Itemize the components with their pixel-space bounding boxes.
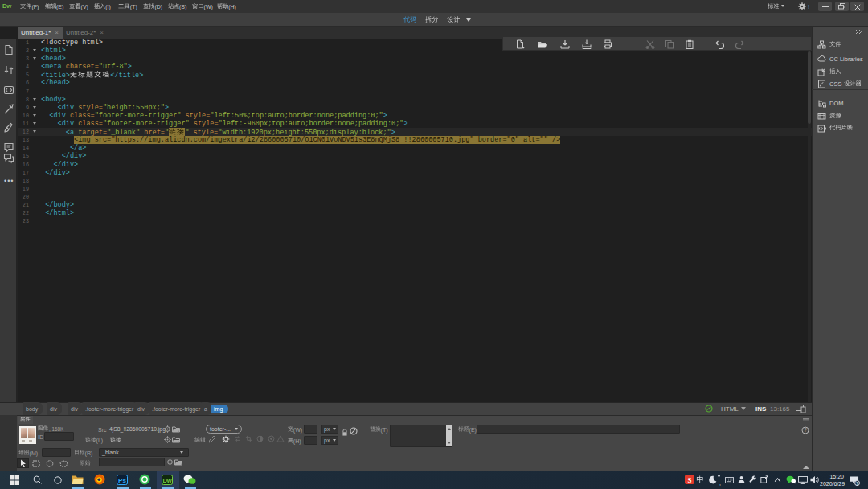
svg-text:?: ?: [804, 427, 807, 433]
svg-text:S: S: [687, 476, 691, 484]
svg-text:Ps: Ps: [118, 477, 126, 484]
svg-text:Dw: Dw: [162, 477, 171, 484]
